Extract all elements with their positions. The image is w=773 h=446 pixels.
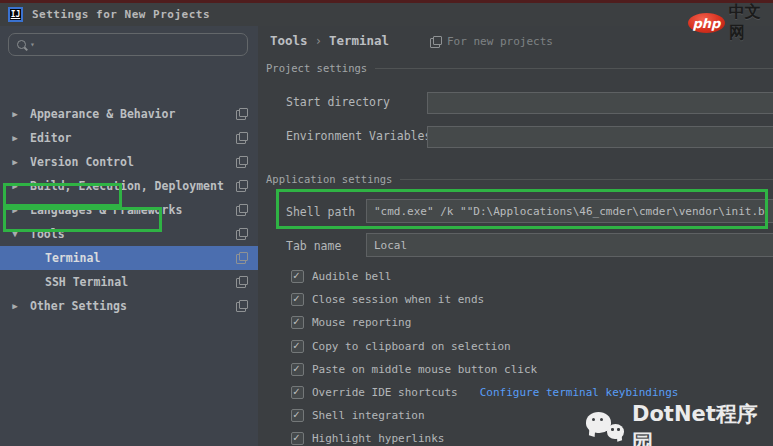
checkbox-label: Paste on middle mouse button click [312, 363, 537, 376]
checkbox-label: Override IDE shortcuts [312, 386, 458, 399]
breadcrumb-terminal: Terminal [329, 33, 389, 48]
check-icon: ✓ [293, 269, 300, 282]
php-site-logo: php 中文网 [688, 2, 773, 44]
chevron-down-icon[interactable]: ▼ [9, 229, 21, 239]
project-settings-section: Project settings [266, 62, 773, 74]
checkbox-row-close-session: ✓ Close session when it ends [291, 292, 484, 307]
sidebar-item-build-execution-deployment[interactable]: ▶ Build, Execution, Deployment [0, 174, 258, 198]
scope-icon [236, 156, 247, 167]
wechat-watermark: DotNet程序园 [586, 400, 773, 446]
scope-icon [236, 132, 247, 143]
checkbox-row-paste-middle-mouse: ✓ Paste on middle mouse button click [291, 362, 537, 377]
check-icon: ✓ [293, 431, 300, 444]
settings-sidebar: ▾ ▶ Appearance & Behavior ▶ Editor ▶ Ver… [0, 26, 258, 446]
scope-icon [236, 228, 247, 239]
shell-integration-checkbox[interactable]: ✓ [291, 409, 304, 422]
sidebar-item-label: Tools [30, 227, 65, 241]
audible-bell-checkbox[interactable]: ✓ [291, 270, 304, 283]
for-new-projects-label: For new projects [447, 35, 553, 48]
scope-icon [236, 108, 247, 119]
highlight-hyperlinks-checkbox[interactable]: ✓ [291, 432, 304, 445]
sidebar-item-editor[interactable]: ▶ Editor [0, 126, 258, 150]
chevron-right-icon[interactable]: ▶ [9, 181, 21, 191]
environment-variables-input[interactable] [427, 126, 773, 148]
chevron-right-icon[interactable]: ▶ [9, 109, 21, 119]
breadcrumb-separator-icon: › [315, 34, 322, 48]
sidebar-item-label: Appearance & Behavior [30, 107, 175, 121]
sidebar-item-version-control[interactable]: ▶ Version Control [0, 150, 258, 174]
sidebar-item-label: Editor [30, 131, 72, 145]
checkbox-label: Highlight hyperlinks [312, 432, 444, 445]
settings-search-box[interactable]: ▾ [8, 33, 248, 56]
for-new-projects-icon [430, 36, 441, 47]
scope-icon [236, 204, 247, 215]
terminal-settings-panel: Tools › Terminal For new projects Projec… [258, 26, 773, 446]
start-directory-label: Start directory [286, 95, 390, 109]
copy-to-clipboard-checkbox[interactable]: ✓ [291, 340, 304, 353]
sidebar-item-ssh-terminal[interactable]: SSH Terminal [0, 270, 258, 294]
section-divider [400, 179, 773, 180]
tab-name-label: Tab name [286, 239, 341, 253]
checkbox-row-mouse-reporting: ✓ Mouse reporting [291, 315, 411, 330]
checkbox-label: Close session when it ends [312, 293, 484, 306]
section-title: Application settings [266, 173, 392, 185]
for-new-projects-note: For new projects [430, 35, 553, 48]
breadcrumb-tools[interactable]: Tools [270, 33, 308, 48]
check-icon: ✓ [293, 408, 300, 421]
chevron-right-icon[interactable]: ▶ [9, 157, 21, 167]
sidebar-item-terminal[interactable]: Terminal [0, 246, 258, 270]
override-ide-shortcuts-checkbox[interactable]: ✓ [291, 386, 304, 399]
checkbox-row-override-ide-shortcuts: ✓ Override IDE shortcuts Configure termi… [291, 385, 678, 400]
sidebar-item-label: SSH Terminal [45, 275, 128, 289]
php-logo-icon: php [688, 13, 725, 33]
search-input[interactable] [40, 38, 240, 51]
window-titlebar: IJ Settings for New Projects [0, 3, 773, 26]
sidebar-item-label: Languages & Frameworks [30, 203, 182, 217]
scope-icon [236, 252, 247, 263]
chevron-right-icon[interactable]: ▶ [9, 205, 21, 215]
check-icon: ✓ [293, 385, 300, 398]
watermark-name: DotNet程序园 [632, 400, 773, 446]
sidebar-item-tools[interactable]: ▼ Tools [0, 222, 258, 246]
window-title: Settings for New Projects [32, 8, 210, 21]
section-title: Project settings [266, 62, 367, 74]
scope-icon [236, 276, 247, 287]
shell-path-label: Shell path [286, 205, 355, 219]
checkbox-row-audible-bell: ✓ Audible bell [291, 269, 391, 284]
checkbox-label: Mouse reporting [312, 316, 411, 329]
check-icon: ✓ [293, 362, 300, 375]
mouse-reporting-checkbox[interactable]: ✓ [291, 316, 304, 329]
wechat-icon [586, 410, 626, 446]
shell-path-input[interactable] [366, 199, 773, 223]
environment-variables-label: Environment Variables [286, 129, 431, 143]
section-divider [375, 68, 773, 69]
intellij-logo-icon: IJ [8, 7, 23, 22]
start-directory-input[interactable] [427, 92, 773, 114]
tab-name-input[interactable] [366, 233, 773, 257]
scope-icon [236, 180, 247, 191]
configure-terminal-keybindings-link[interactable]: Configure terminal keybindings [480, 386, 679, 399]
sidebar-item-appearance-behavior[interactable]: ▶ Appearance & Behavior [0, 102, 258, 126]
sidebar-item-other-settings[interactable]: ▶ Other Settings [0, 294, 258, 318]
checkbox-row-highlight-hyperlinks: ✓ Highlight hyperlinks [291, 431, 444, 446]
checkbox-label: Audible bell [312, 270, 391, 283]
sidebar-item-languages-frameworks[interactable]: ▶ Languages & Frameworks [0, 198, 258, 222]
sidebar-item-label: Other Settings [30, 299, 127, 313]
breadcrumb: Tools › Terminal [270, 33, 389, 48]
chevron-right-icon[interactable]: ▶ [9, 133, 21, 143]
check-icon: ✓ [293, 315, 300, 328]
checkbox-label: Shell integration [312, 409, 425, 422]
php-site-name: 中文网 [729, 2, 773, 44]
checkbox-label: Copy to clipboard on selection [312, 340, 511, 353]
sidebar-item-label: Terminal [45, 251, 100, 265]
close-session-checkbox[interactable]: ✓ [291, 293, 304, 306]
paste-middle-mouse-checkbox[interactable]: ✓ [291, 363, 304, 376]
sidebar-item-label: Build, Execution, Deployment [30, 179, 224, 193]
check-icon: ✓ [293, 292, 300, 305]
chevron-right-icon[interactable]: ▶ [9, 301, 21, 311]
check-icon: ✓ [293, 339, 300, 352]
search-options-caret-icon[interactable]: ▾ [30, 40, 35, 49]
checkbox-row-shell-integration: ✓ Shell integration [291, 408, 425, 423]
checkbox-row-copy-to-clipboard: ✓ Copy to clipboard on selection [291, 339, 511, 354]
sidebar-item-label: Version Control [30, 155, 134, 169]
